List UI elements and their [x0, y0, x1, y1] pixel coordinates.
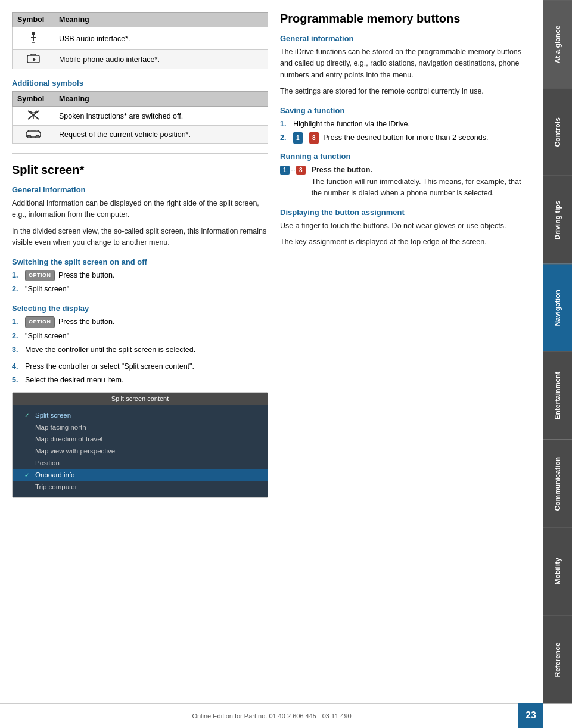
running-heading: Running a function — [280, 152, 531, 161]
left-column: Symbol Meaning USB audio interface*. Mob… — [12, 12, 268, 504]
menu-item-split-screen: ✓ Split screen — [13, 409, 268, 421]
additional-symbols-label: Additional symbols — [12, 79, 268, 88]
saving-heading: Saving a function — [280, 106, 531, 115]
selecting-steps: 1. OPTION Press the button. 2. "Split sc… — [12, 316, 268, 356]
list-item: 1. OPTION Press the button. — [12, 316, 268, 328]
pm-para-2: The settings are stored for the remote c… — [280, 86, 531, 97]
step-text: "Split screen" — [25, 331, 69, 342]
menu-item-onboard-info: ✓ Onboard info — [13, 469, 268, 481]
programmable-memory-title: Programmable memory buttons — [280, 12, 531, 26]
right-column: Programmable memory buttons General info… — [280, 12, 531, 504]
meaning-col-header: Meaning — [54, 13, 268, 27]
memory-button-run-icon: 1 ··· 8 — [280, 166, 306, 175]
step-text: "Split screen" — [25, 284, 69, 295]
menu-item-map-perspective: Map view with perspective — [13, 445, 268, 457]
sidebar-tab-at-a-glance[interactable]: At a glance — [543, 0, 572, 88]
footer: Online Edition for Part no. 01 40 2 606 … — [0, 703, 543, 728]
footer-text: Online Edition for Part no. 01 40 2 606 … — [192, 713, 351, 720]
menu-item-map-north: Map facing north — [13, 421, 268, 433]
displaying-para-2: The key assignment is displayed at the t… — [280, 237, 531, 248]
step-text: Move the controller until the split scre… — [25, 344, 195, 356]
symbol-table-top: Symbol Meaning USB audio interface*. Mob… — [12, 12, 268, 69]
screenshot-menu: ✓ Split screen Map facing north Map dire… — [13, 405, 268, 497]
list-item: 4. Press the controller or select "Split… — [12, 361, 268, 372]
step-num: 3. — [12, 344, 21, 356]
step-text: Highlight the function via the iDrive. — [293, 119, 410, 130]
step-num: 2. — [12, 331, 21, 342]
additional-symbol-table: Symbol Meaning Spoken instructions* are … — [12, 91, 268, 144]
add-symbol-col-header: Symbol — [13, 92, 54, 107]
check-icon: ✓ — [24, 412, 32, 419]
step-num: 2. — [12, 284, 21, 295]
switching-heading: Switching the split screen on and off — [12, 257, 268, 266]
step-content: OPTION Press the button. — [25, 270, 115, 282]
screenshot-title-bar: Split screen content — [13, 393, 268, 405]
sidebar-tab-mobility[interactable]: Mobility — [543, 527, 572, 615]
check-icon — [24, 424, 32, 431]
add-meaning-col-header: Meaning — [54, 92, 268, 107]
running-text-block: Press the button. The function will run … — [312, 164, 531, 199]
sidebar-tab-driving-tips[interactable]: Driving tips — [543, 176, 572, 264]
option-button-icon: OPTION — [25, 270, 55, 282]
step-text: Press the controller or select "Split sc… — [25, 361, 194, 372]
page-number: 23 — [518, 703, 543, 728]
check-icon — [24, 448, 32, 455]
selecting-heading: Selecting the display — [12, 304, 268, 313]
meaning-cell: Mobile phone audio interface*. — [54, 50, 268, 69]
memory-button-icon: 1 ··· 8 — [293, 132, 319, 144]
list-item: 5. Select the desired menu item. — [12, 375, 268, 386]
check-icon: ✓ — [24, 472, 32, 478]
check-icon — [24, 460, 32, 466]
step-content: OPTION Press the button. — [25, 316, 115, 328]
symbol-cell — [13, 126, 54, 144]
sidebar-tab-controls[interactable]: Controls — [543, 88, 572, 176]
selecting-content-steps: 4. Press the controller or select "Split… — [12, 361, 268, 387]
list-item: 3. Move the controller until the split s… — [12, 344, 268, 356]
saving-steps: 1. Highlight the function via the iDrive… — [280, 119, 531, 144]
step-num: 4. — [12, 361, 21, 372]
screenshot-box: Split screen content ✓ Split screen Map … — [12, 392, 268, 498]
list-item: 1. OPTION Press the button. — [12, 270, 268, 282]
check-icon — [24, 484, 32, 490]
table-row: Mobile phone audio interface*. — [13, 50, 268, 69]
step-num: 5. — [12, 375, 21, 386]
divider — [12, 153, 268, 154]
sidebar-tab-entertainment[interactable]: Entertainment — [543, 351, 572, 440]
menu-item-map-direction: Map direction of travel — [13, 433, 268, 445]
table-row: USB audio interface*. — [13, 27, 268, 50]
symbol-cell — [13, 27, 54, 50]
step-text: Select the desired menu item. — [25, 375, 123, 386]
meaning-cell: Request of the current vehicle position*… — [54, 126, 268, 144]
main-content: Symbol Meaning USB audio interface*. Mob… — [0, 0, 543, 516]
pm-para-1: The iDrive functions can be stored on th… — [280, 46, 531, 81]
symbol-cell — [13, 50, 54, 69]
symbol-cell — [13, 107, 54, 126]
split-screen-para-2: In the divided screen view, the so-calle… — [12, 226, 268, 249]
menu-item-position: Position — [13, 457, 268, 469]
check-icon — [24, 436, 32, 443]
list-item: 2. 1 ··· 8 Press the desired button for … — [280, 132, 531, 144]
sidebar-tab-navigation[interactable]: Navigation — [543, 264, 572, 352]
running-content: 1 ··· 8 Press the button. The function w… — [280, 164, 531, 199]
step-num: 1. — [12, 270, 21, 281]
switching-steps: 1. OPTION Press the button. 2. "Split sc… — [12, 270, 268, 295]
sidebar-tab-communication[interactable]: Communication — [543, 440, 572, 528]
meaning-cell: USB audio interface*. — [54, 27, 268, 50]
step-content: 1 ··· 8 Press the desired button for mor… — [293, 132, 488, 144]
list-item: 1. Highlight the function via the iDrive… — [280, 119, 531, 130]
split-screen-para-1: Additional information can be displayed … — [12, 198, 268, 221]
step-num: 2. — [280, 132, 290, 144]
table-row: Spoken instructions* are switched off. — [13, 107, 268, 126]
list-item: 2. "Split screen" — [12, 331, 268, 342]
sidebar: At a glance Controls Driving tips Naviga… — [543, 0, 572, 703]
split-screen-title: Split screen* — [12, 163, 268, 177]
symbol-col-header: Symbol — [13, 13, 54, 27]
list-item: 2. "Split screen" — [12, 284, 268, 295]
displaying-heading: Displaying the button assignment — [280, 208, 531, 217]
sidebar-tab-reference[interactable]: Reference — [543, 615, 572, 704]
meaning-cell: Spoken instructions* are switched off. — [54, 107, 268, 126]
pm-general-info-heading: General information — [280, 34, 531, 43]
screenshot-container: ✓ Split screen Map facing north Map dire… — [13, 405, 268, 497]
running-continuation: The function will run immediately. This … — [312, 178, 521, 197]
menu-item-trip-computer: Trip computer — [13, 481, 268, 493]
